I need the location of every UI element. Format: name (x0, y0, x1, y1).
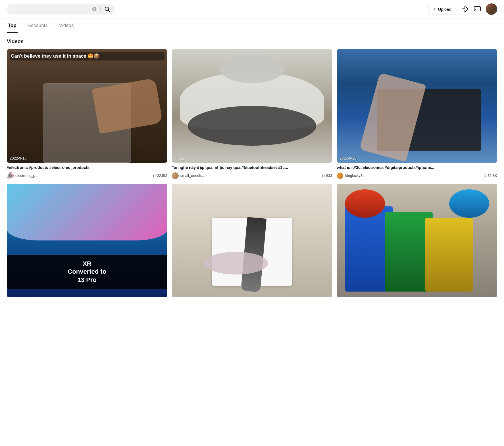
video-meta-2: smail_onesh... ▷ 833 (172, 172, 332, 179)
play-icon-2: ▷ (322, 173, 325, 178)
overlay-converted: Converted to (68, 268, 106, 275)
tabs-bar: Top Accounts Videos (0, 18, 504, 33)
video-card-5[interactable] (172, 184, 332, 297)
video-card-1[interactable]: Can't believe they use it in space 🤩📦 20… (7, 49, 167, 179)
send-icon-button[interactable] (461, 5, 469, 13)
video-timestamp-1: 2022-9-16 (10, 156, 26, 160)
author-name-3: kinglucky3c (345, 173, 482, 178)
video-timestamp-3: 2022-9-20 (340, 156, 356, 160)
video-thumbnail-3: 2022-9-20 (337, 49, 497, 163)
video-thumbnail-1: Can't believe they use it in space 🤩📦 20… (7, 49, 167, 163)
upload-label: Upload (438, 7, 451, 12)
video-thumbnail-4: XR Converted to 13 Pro (7, 184, 167, 297)
video-meta-3: kinglucky3c ▷ 32.8K (337, 172, 497, 179)
video-card-6[interactable] (337, 184, 497, 297)
avatar[interactable] (486, 3, 497, 15)
tab-top[interactable]: Top (7, 19, 18, 33)
video-caption-2: Tai nghe này đẹp quá, nhạc hay quá.#blue… (172, 165, 332, 171)
author-name-1: electronic_p... (15, 173, 152, 178)
video-info-3: what is it#3c#electronics #digitalproduc… (337, 165, 497, 179)
video-overlay-text-1: Can't believe they use it in space 🤩📦 (10, 52, 164, 60)
search-bar: electronic product (7, 4, 115, 14)
videos-section-title: Videos (7, 39, 497, 45)
upload-button[interactable]: + Upload (428, 4, 456, 15)
video-grid: Can't believe they use it in space 🤩📦 20… (7, 49, 497, 297)
video-thumbnail-6 (337, 184, 497, 297)
video-overlay-text-4: XR Converted to 13 Pro (7, 255, 167, 289)
play-count-1: ▷ 22.5M (153, 173, 167, 178)
overlay-xr: XR (83, 260, 91, 267)
header: electronic product + Upload (0, 0, 504, 18)
video-caption-1: #electronic #products #electronic_produc… (7, 165, 167, 171)
play-icon-3: ▷ (484, 173, 487, 178)
search-submit-button[interactable] (104, 6, 110, 12)
play-icon-1: ▷ (153, 173, 156, 178)
video-info-2: Tai nghe này đẹp quá, nhạc hay quá.#blue… (172, 165, 332, 179)
author-avatar-3 (337, 172, 343, 179)
video-info-1: #electronic #products #electronic_produc… (7, 165, 167, 179)
video-thumbnail-2: 1d ago (172, 49, 332, 163)
search-divider (100, 6, 101, 12)
video-card-4[interactable]: XR Converted to 13 Pro (7, 184, 167, 297)
author-name-2: smail_onesh... (180, 173, 321, 178)
author-avatar-2 (172, 172, 179, 179)
video-meta-1: electronic_p... ▷ 22.5M (7, 172, 167, 179)
play-count-3: ▷ 32.8K (484, 173, 497, 178)
author-avatar-ring-1 (7, 172, 14, 179)
clear-search-button[interactable] (92, 7, 97, 12)
svg-rect-8 (8, 176, 13, 177)
play-count-2: ▷ 833 (322, 173, 332, 178)
content-area: Videos Can't believe they use it in spac… (0, 33, 504, 303)
header-actions: + Upload (428, 3, 497, 15)
video-card-2[interactable]: 1d ago Tai nghe này đẹp quá, nhạc hay qu… (172, 49, 332, 179)
message-icon-button[interactable] (473, 5, 481, 13)
video-caption-3: what is it#3c#electronics #digitalproduc… (337, 165, 497, 171)
tab-accounts[interactable]: Accounts (27, 19, 49, 33)
video-card-3[interactable]: 2022-9-20 what is it#3c#electronics #dig… (337, 49, 497, 179)
video-timestamp-2: 1d ago (175, 156, 186, 160)
search-input[interactable]: electronic product (11, 7, 89, 12)
overlay-13pro: 13 Pro (78, 276, 97, 283)
svg-marker-5 (462, 6, 468, 12)
svg-line-4 (108, 10, 110, 12)
author-avatar-inner-1 (8, 173, 13, 178)
tab-videos[interactable]: Videos (58, 19, 75, 33)
avatar-image (486, 3, 497, 15)
upload-plus-icon: + (433, 6, 436, 12)
video-thumbnail-5 (172, 184, 332, 297)
